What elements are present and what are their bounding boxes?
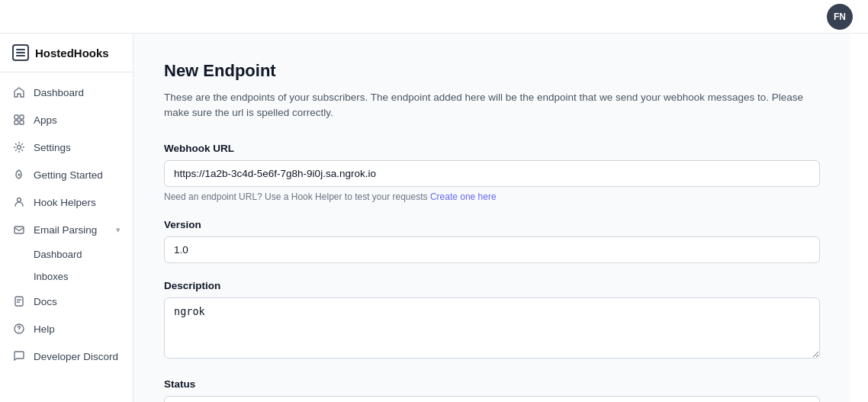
description-group: Description ngrok: [164, 280, 820, 362]
house-icon: [12, 85, 26, 99]
sidebar-item-email-parsing[interactable]: Email Parsing ▾: [0, 216, 133, 243]
sidebar-item-label: Hook Helpers: [34, 197, 96, 208]
webhook-url-label: Webhook URL: [164, 143, 820, 154]
sidebar-navigation: Dashboard Apps: [0, 72, 133, 402]
status-select-wrapper: Active Inactive ▾: [164, 396, 820, 403]
sidebar-item-getting-started[interactable]: Getting Started: [0, 161, 133, 188]
svg-point-9: [18, 198, 21, 202]
sidebar-item-label: Help: [34, 323, 55, 335]
svg-rect-4: [20, 115, 24, 119]
webhook-url-input[interactable]: [164, 160, 820, 187]
sidebar-item-label: Dashboard: [34, 87, 84, 98]
version-input[interactable]: [164, 236, 820, 263]
gear-icon: [12, 140, 26, 154]
sidebar: HostedHooks Dashboard: [0, 34, 133, 402]
page-description: These are the endpoints of your subscrib…: [164, 90, 820, 121]
svg-rect-1: [16, 52, 25, 53]
status-label: Status: [164, 378, 820, 390]
sidebar-item-label: Email Parsing: [34, 224, 97, 236]
svg-rect-3: [14, 115, 18, 119]
topbar: FN: [0, 0, 868, 34]
svg-rect-11: [15, 297, 23, 306]
svg-rect-10: [14, 227, 24, 233]
page-title: New Endpoint: [164, 61, 820, 81]
sidebar-item-label: Apps: [34, 114, 57, 126]
sidebar-item-email-inboxes[interactable]: Inboxes: [34, 265, 133, 288]
chevron-down-icon: ▾: [116, 225, 121, 235]
svg-rect-5: [14, 121, 18, 124]
person-icon: [12, 195, 26, 209]
sidebar-item-label: Developer Discord: [34, 351, 118, 362]
avatar[interactable]: FN: [827, 4, 853, 30]
apps-icon: [12, 113, 26, 127]
svg-point-7: [18, 146, 21, 150]
status-group: Status Active Inactive ▾: [164, 378, 820, 403]
sidebar-item-apps[interactable]: Apps: [0, 106, 133, 133]
logo-icon: [12, 44, 29, 61]
sidebar-item-email-dashboard[interactable]: Dashboard: [34, 243, 133, 265]
svg-point-13: [18, 331, 19, 332]
sidebar-subitem-label: Inboxes: [34, 271, 69, 282]
svg-rect-2: [16, 55, 25, 56]
sidebar-logo[interactable]: HostedHooks: [0, 34, 133, 72]
sidebar-item-docs[interactable]: Docs: [0, 288, 133, 315]
version-group: Version: [164, 219, 820, 263]
sidebar-item-label: Docs: [34, 296, 57, 307]
svg-rect-6: [20, 121, 24, 124]
sidebar-item-hook-helpers[interactable]: Hook Helpers: [0, 188, 133, 216]
description-textarea[interactable]: ngrok: [164, 297, 820, 359]
sidebar-item-dashboard[interactable]: Dashboard: [0, 79, 133, 106]
new-endpoint-form: New Endpoint These are the endpoints of …: [164, 61, 820, 402]
svg-point-8: [18, 174, 21, 176]
description-label: Description: [164, 280, 820, 291]
version-label: Version: [164, 219, 820, 230]
doc-icon: [12, 294, 26, 308]
sidebar-item-developer-discord[interactable]: Developer Discord: [0, 343, 133, 370]
webhook-hint: Need an endpoint URL? Use a Hook Helper …: [164, 191, 820, 202]
sidebar-item-label: Getting Started: [34, 169, 103, 181]
sidebar-item-settings[interactable]: Settings: [0, 133, 133, 161]
sidebar-subitem-label: Dashboard: [34, 249, 82, 260]
sidebar-item-label: Settings: [34, 142, 71, 153]
email-submenu: Dashboard Inboxes: [0, 243, 133, 288]
main-content: New Endpoint These are the endpoints of …: [133, 34, 850, 402]
rocket-icon: [12, 168, 26, 182]
email-icon: [12, 223, 26, 236]
webhook-url-group: Webhook URL Need an endpoint URL? Use a …: [164, 143, 820, 202]
chat-icon: [12, 349, 26, 363]
help-icon: [12, 322, 26, 336]
create-one-link[interactable]: Create one here: [430, 191, 497, 202]
app-name: HostedHooks: [35, 47, 109, 59]
sidebar-item-help[interactable]: Help: [0, 315, 133, 343]
svg-rect-0: [16, 49, 25, 50]
status-select[interactable]: Active Inactive: [164, 396, 820, 403]
